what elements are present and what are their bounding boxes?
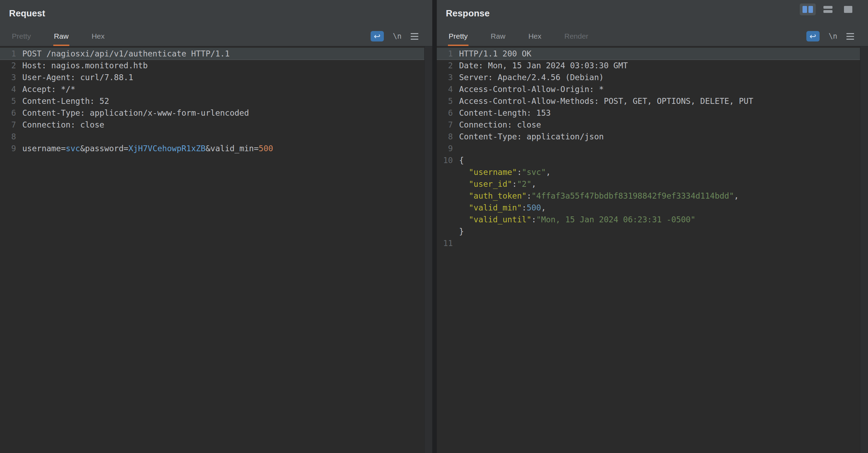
request-editor[interactable]: 1POST /nagiosxi/api/v1/authenticate HTTP… <box>0 46 432 453</box>
word-wrap-icon: ↩ <box>374 32 380 40</box>
line-number <box>437 214 457 225</box>
response-tab-bar: PrettyRawHexRender <box>448 26 611 46</box>
code-text: "username":"svc", <box>457 166 551 178</box>
code-line: 4Accept: */* <box>0 83 432 95</box>
code-text: Content-Length: 153 <box>457 107 551 119</box>
code-line: "valid_until":"Mon, 15 Jan 2024 06:23:31… <box>437 214 868 225</box>
line-number: 8 <box>437 131 457 143</box>
code-text: Host: nagios.monitored.htb <box>20 60 148 71</box>
response-editor[interactable]: 1HTTP/1.1 200 OK2Date: Mon, 15 Jan 2024 … <box>437 46 868 453</box>
line-number <box>437 178 457 190</box>
word-wrap-button[interactable]: ↩ <box>806 31 820 41</box>
message-editor-split-view: Request PrettyRawHex ↩ \n 1POST /nagiosx… <box>0 0 868 453</box>
line-number: 8 <box>0 131 20 143</box>
code-text: Connection: close <box>457 119 541 131</box>
code-text: "valid_until":"Mon, 15 Jan 2024 06:23:31… <box>457 214 696 225</box>
line-number <box>437 225 457 237</box>
code-line: 7Connection: close <box>0 119 432 131</box>
code-text: User-Agent: curl/7.88.1 <box>20 71 133 83</box>
code-text: HTTP/1.1 200 OK <box>457 48 532 60</box>
code-text: Date: Mon, 15 Jan 2024 03:03:30 GMT <box>457 60 628 71</box>
line-number: 9 <box>437 143 457 154</box>
line-number: 2 <box>437 60 457 71</box>
line-number: 6 <box>437 107 457 119</box>
code-line: "valid_min":500, <box>437 202 868 214</box>
tab-pretty[interactable]: Pretty <box>448 26 468 46</box>
line-number: 1 <box>437 48 457 60</box>
code-line: 9 <box>437 143 868 154</box>
code-line: "username":"svc", <box>437 166 868 178</box>
code-line: 4Access-Control-Allow-Origin: * <box>437 83 868 95</box>
code-text: { <box>457 154 464 166</box>
code-line: 11 <box>437 237 868 249</box>
line-number: 6 <box>0 107 20 119</box>
code-text: username=svc&password=XjH7VCehowpR1xZB&v… <box>20 143 273 154</box>
line-number: 7 <box>0 119 20 131</box>
tab-hex[interactable]: Hex <box>528 26 542 46</box>
view-layout-buttons <box>800 3 856 15</box>
layout-rows-button[interactable] <box>820 3 836 15</box>
line-number: 7 <box>437 119 457 131</box>
code-text: "valid_min":500, <box>457 202 546 214</box>
request-tab-bar: PrettyRawHex <box>11 26 127 46</box>
code-text <box>457 143 459 154</box>
tab-hex[interactable]: Hex <box>91 26 105 46</box>
word-wrap-icon: ↩ <box>809 32 816 40</box>
rows-icon <box>823 6 832 13</box>
code-text: Server: Apache/2.4.56 (Debian) <box>457 71 604 83</box>
code-line: 6Content-Length: 153 <box>437 107 868 119</box>
editor-menu-button[interactable] <box>846 32 854 41</box>
single-pane-icon <box>844 6 852 13</box>
show-newlines-button[interactable]: \n <box>829 32 837 40</box>
line-number: 11 <box>437 237 457 249</box>
tab-render[interactable]: Render <box>564 26 589 46</box>
code-line: 1HTTP/1.1 200 OK <box>437 48 868 60</box>
columns-icon <box>803 6 807 13</box>
response-editor-toolbar: ↩ \n <box>806 26 854 46</box>
request-panel: Request PrettyRawHex ↩ \n 1POST /nagiosx… <box>0 0 432 453</box>
line-number <box>437 190 457 202</box>
code-line: 10{ <box>437 154 868 166</box>
tab-pretty[interactable]: Pretty <box>11 26 32 46</box>
code-line: 8 <box>0 131 432 143</box>
code-text: Content-Type: application/x-www-form-url… <box>20 107 249 119</box>
request-title: Request <box>9 8 45 19</box>
code-line: 3Server: Apache/2.4.56 (Debian) <box>437 71 868 83</box>
tab-raw[interactable]: Raw <box>53 26 69 46</box>
code-line: 8Content-Type: application/json <box>437 131 868 143</box>
line-number <box>437 166 457 178</box>
code-line: 9username=svc&password=XjH7VCehowpR1xZB&… <box>0 143 432 154</box>
code-line: 2Host: nagios.monitored.htb <box>0 60 432 71</box>
code-text <box>20 131 22 143</box>
code-text: "user_id":"2", <box>457 178 536 190</box>
layout-columns-button[interactable] <box>800 3 816 15</box>
code-line: "auth_token":"4ffaf3a55f47bbdbf83198842f… <box>437 190 868 202</box>
response-panel-header: Response PrettyRawHexRender <box>437 0 868 46</box>
code-line: 6Content-Type: application/x-www-form-ur… <box>0 107 432 119</box>
layout-single-button[interactable] <box>840 3 856 15</box>
response-title: Response <box>446 8 490 19</box>
request-panel-header: Request PrettyRawHex ↩ \n <box>0 0 432 46</box>
panel-split-divider[interactable] <box>432 0 437 453</box>
code-line: 5Access-Control-Allow-Methods: POST, GET… <box>437 95 868 107</box>
code-line: 2Date: Mon, 15 Jan 2024 03:03:30 GMT <box>437 60 868 71</box>
line-number: 4 <box>0 83 20 95</box>
line-number: 5 <box>0 95 20 107</box>
word-wrap-button[interactable]: ↩ <box>371 31 384 41</box>
request-scrollbar[interactable] <box>424 46 432 453</box>
code-text: } <box>457 225 464 237</box>
code-text: Connection: close <box>20 119 104 131</box>
editor-menu-button[interactable] <box>411 32 418 41</box>
code-line: 7Connection: close <box>437 119 868 131</box>
line-number: 3 <box>437 71 457 83</box>
request-code: 1POST /nagiosxi/api/v1/authenticate HTTP… <box>0 48 432 154</box>
line-number: 3 <box>0 71 20 83</box>
line-number: 10 <box>437 154 457 166</box>
code-text: "auth_token":"4ffaf3a55f47bbdbf83198842f… <box>457 190 739 202</box>
response-panel: Response PrettyRawHexRender <box>437 0 868 453</box>
tab-raw[interactable]: Raw <box>490 26 506 46</box>
code-text <box>457 237 459 249</box>
code-text: Access-Control-Allow-Origin: * <box>457 83 604 95</box>
response-scrollbar[interactable] <box>860 46 868 453</box>
show-newlines-button[interactable]: \n <box>393 32 402 40</box>
